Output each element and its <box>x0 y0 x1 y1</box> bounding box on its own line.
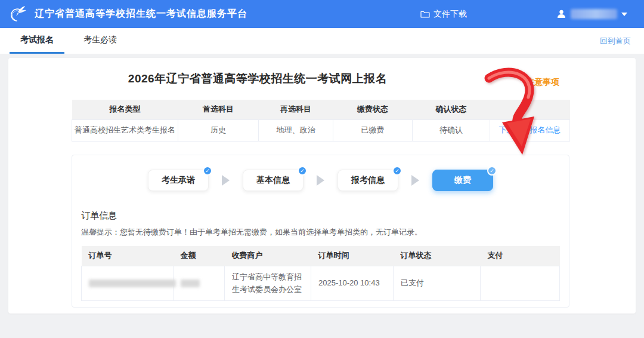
folder-icon <box>420 10 430 18</box>
masked-order-number <box>89 279 176 287</box>
file-download-label: 文件下载 <box>434 9 467 20</box>
main-card: 2026年辽宁省普通高等学校招生统一考试网上报名 注意事项 报名类型 首选科目 <box>8 58 636 314</box>
pay-cell <box>481 266 560 301</box>
step-payment[interactable]: 缴费 ✓ <box>432 170 493 191</box>
col-payment-status: 缴费状态 <box>333 100 413 119</box>
col-amount: 金额 <box>174 246 225 266</box>
col-order-no: 订单号 <box>82 246 174 266</box>
col-merchant: 收费商户 <box>225 246 311 266</box>
back-home-link[interactable]: 回到首页 <box>600 28 631 54</box>
tab-candidate-notice[interactable]: 考生必读 <box>73 28 128 54</box>
registration-table: 报名类型 首选科目 再选科目 缴费状态 确认状态 普通高校招生艺术类考生报名 历… <box>72 100 570 142</box>
site-title: 辽宁省普通高等学校招生统一考试信息服务平台 <box>35 8 247 20</box>
caret-down-icon <box>621 13 627 16</box>
site-logo-icon <box>6 3 29 26</box>
order-row: 辽宁省高中等教育招生考试委员会办公室 2025-10-20 10:43 已支付 <box>82 266 560 301</box>
tab-bar: 考试报名 考生必读 回到首页 <box>0 28 644 54</box>
file-download-button[interactable]: 文件下载 <box>420 9 467 20</box>
col-order-time: 订单时间 <box>311 246 394 266</box>
step-candidate-pledge[interactable]: 考生承诺 ✓ <box>148 170 209 191</box>
step-label: 报考信息 <box>351 175 385 186</box>
confirm-status-cell: 待确认 <box>413 119 490 141</box>
masked-amount <box>181 279 200 287</box>
col-confirm-status: 确认状态 <box>413 100 490 119</box>
step-label: 基本信息 <box>256 175 290 186</box>
order-table-header-row: 订单号 金额 收费商户 订单时间 订单状态 支付 <box>82 246 560 266</box>
user-menu[interactable] <box>556 9 627 19</box>
merchant-cell: 辽宁省高中等教育招生考试委员会办公室 <box>225 266 311 301</box>
registration-table-header-row: 报名类型 首选科目 再选科目 缴费状态 确认状态 <box>72 100 570 119</box>
second-subjects-cell: 地理、政治 <box>259 119 333 141</box>
download-cell: 下载当前报名信息 <box>490 119 570 141</box>
check-badge-icon: ✓ <box>203 166 212 176</box>
order-tip-text: 温馨提示：您暂无待缴费订单！由于单考单招无需缴费，如果当前选择单考单招类的，无订… <box>81 227 560 238</box>
col-registration-type: 报名类型 <box>72 100 178 119</box>
order-section-title: 订单信息 <box>81 210 560 222</box>
check-badge-icon: ✓ <box>487 166 497 176</box>
step-arrow-icon <box>317 175 324 186</box>
page-body: 2026年辽宁省普通高等学校招生统一考试网上报名 注意事项 报名类型 首选科目 <box>0 54 644 314</box>
notice-link[interactable]: 注意事项 <box>526 77 559 88</box>
order-status-cell: 已支付 <box>394 266 481 301</box>
username-masked <box>571 9 617 19</box>
check-badge-icon: ✓ <box>298 166 307 176</box>
amount-cell <box>174 266 225 301</box>
registration-type-cell: 普通高校招生艺术类考生报名 <box>72 119 178 141</box>
tab-exam-registration[interactable]: 考试报名 <box>10 28 64 54</box>
download-registration-info-link[interactable]: 下载当前报名信息 <box>499 125 561 134</box>
brand: 辽宁省普通高等学校招生统一考试信息服务平台 <box>6 3 247 26</box>
col-action <box>490 100 570 119</box>
payment-status-cell: 已缴费 <box>333 119 413 141</box>
order-no-cell <box>82 266 174 301</box>
order-table: 订单号 金额 收费商户 订单时间 订单状态 支付 辽宁省高中等教育招生考试委员会… <box>81 246 560 302</box>
col-pay: 支付 <box>481 246 560 266</box>
step-arrow-icon <box>411 175 419 186</box>
step-label: 缴费 <box>454 175 471 186</box>
step-application-info[interactable]: 报考信息 ✓ <box>338 170 398 191</box>
first-subject-cell: 历史 <box>178 119 259 141</box>
order-time-cell: 2025-10-20 10:43 <box>311 266 394 301</box>
payment-panel: 考生承诺 ✓ 基本信息 ✓ 报考信息 ✓ 缴费 ✓ <box>72 155 569 308</box>
step-arrow-icon <box>222 175 230 186</box>
step-label: 考生承诺 <box>162 175 195 186</box>
col-second-subjects: 再选科目 <box>259 100 333 119</box>
top-header: 辽宁省普通高等学校招生统一考试信息服务平台 文件下载 <box>0 0 644 28</box>
step-basic-info[interactable]: 基本信息 ✓ <box>243 170 304 191</box>
user-icon <box>556 9 566 19</box>
page-title: 2026年辽宁省普通高等学校招生统一考试网上报名 <box>0 71 571 87</box>
registration-row: 普通高校招生艺术类考生报名 历史 地理、政治 已缴费 待确认 下载当前报名信息 <box>72 119 570 141</box>
col-first-subject: 首选科目 <box>178 100 259 119</box>
steps-bar: 考生承诺 ✓ 基本信息 ✓ 报考信息 ✓ 缴费 ✓ <box>81 168 560 192</box>
check-badge-icon: ✓ <box>392 166 402 176</box>
col-order-status: 订单状态 <box>394 246 481 266</box>
